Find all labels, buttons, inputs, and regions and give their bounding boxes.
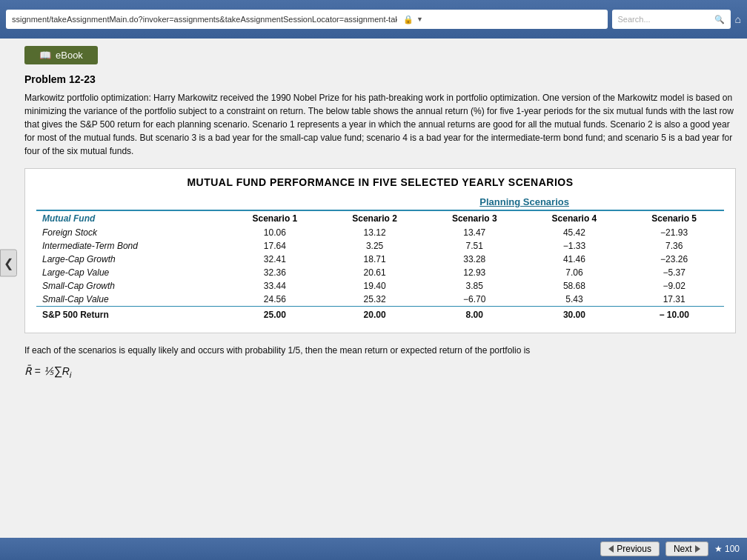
scenario-1-value: 17.64 [225, 239, 325, 253]
scenario-5-value: −23.26 [624, 253, 724, 266]
sp500-scenario-2: 20.00 [325, 307, 425, 322]
fund-name: Small-Cap Value [36, 293, 225, 307]
col-header-s5: Scenario 5 [624, 210, 724, 226]
scenario-2-value: 3.25 [325, 239, 425, 253]
left-nav-arrow[interactable]: ❮ [0, 250, 17, 277]
chevron-left-icon: ❮ [4, 257, 13, 270]
col-header-fund: Mutual Fund [36, 210, 225, 226]
address-text: ssignment/takeAssignmentMain.do?invoker=… [12, 15, 397, 24]
scenario-5-value: −21.93 [624, 226, 724, 239]
table-title: MUTUAL FUND PERFORMANCE IN FIVE SELECTED… [36, 176, 724, 188]
scenario-4-value: −1.33 [525, 239, 625, 253]
previous-label: Previous [617, 544, 651, 554]
scenario-3-value: 13.47 [425, 226, 525, 239]
sp500-scenario-1: 25.00 [225, 307, 325, 322]
previous-button[interactable]: Previous [600, 541, 660, 556]
scenario-1-value: 10.06 [225, 226, 325, 239]
fund-name: Large-Cap Value [36, 266, 225, 279]
scenario-3-value: 12.93 [425, 266, 525, 279]
browser-bar: ssignment/takeAssignmentMain.do?invoker=… [0, 0, 747, 39]
sp500-fund-name: S&P 500 Return [36, 307, 225, 322]
fund-name: Large-Cap Growth [36, 253, 225, 266]
sp500-row: S&P 500 Return25.0020.008.0030.00− 10.00 [36, 307, 724, 322]
scenario-4-value: 41.46 [525, 253, 625, 266]
scenario-2-value: 13.12 [325, 226, 425, 239]
table-row: Intermediate-Term Bond17.643.257.51−1.33… [36, 239, 724, 253]
performance-table: Planning Scenarios Mutual Fund Scenario … [36, 194, 724, 321]
page-content: ❮ 📖 eBook Problem 12-23 Markowitz portfo… [0, 39, 747, 538]
scenario-4-value: 58.68 [525, 279, 625, 293]
scenario-2-value: 20.61 [325, 266, 425, 279]
table-row: Small-Cap Value24.5625.32−6.705.4317.31 [36, 293, 724, 307]
scenario-2-value: 19.40 [325, 279, 425, 293]
search-placeholder: Search... [618, 15, 651, 24]
fund-name: Foreign Stock [36, 226, 225, 239]
scenario-5-value: −9.02 [624, 279, 724, 293]
browser-controls: ⌂ [735, 13, 741, 25]
scenario-4-value: 7.06 [525, 266, 625, 279]
zoom-indicator: ★ 100 [714, 544, 740, 554]
problem-title: Problem 12-23 [24, 73, 736, 85]
formula-text: R̄ = ⅕∑Ri [24, 364, 71, 379]
table-row: Small-Cap Growth33.4419.403.8558.68−9.02 [36, 279, 724, 293]
ebook-label: eBook [56, 50, 83, 61]
col-header-s2: Scenario 2 [325, 210, 425, 226]
scenario-4-value: 5.43 [525, 293, 625, 307]
search-bar[interactable]: Search... 🔍 [612, 10, 731, 29]
scenario-2-value: 25.32 [325, 293, 425, 307]
scenario-3-value: −6.70 [425, 293, 525, 307]
table-section: MUTUAL FUND PERFORMANCE IN FIVE SELECTED… [24, 168, 736, 333]
sp500-scenario-4: 30.00 [525, 307, 625, 322]
dropdown-arrow[interactable]: ▼ [416, 16, 423, 23]
planning-header: Planning Scenarios [325, 194, 724, 210]
ebook-button[interactable]: 📖 eBook [24, 46, 98, 64]
scenario-3-value: 33.28 [425, 253, 525, 266]
chevron-left-icon [608, 545, 614, 553]
col-header-s1: Scenario 1 [225, 210, 325, 226]
table-row: Large-Cap Value32.3620.6112.937.06−5.37 [36, 266, 724, 279]
fund-name: Small-Cap Growth [36, 279, 225, 293]
below-table-text: If each of the scenarios is equally like… [24, 344, 736, 357]
sp500-scenario-3: 8.00 [425, 307, 525, 322]
bottom-bar: Previous Next ★ 100 [0, 538, 747, 560]
scenario-5-value: −5.37 [624, 266, 724, 279]
col-header-s3: Scenario 3 [425, 210, 525, 226]
fund-name: Intermediate-Term Bond [36, 239, 225, 253]
scenario-3-value: 7.51 [425, 239, 525, 253]
scenario-5-value: 17.31 [624, 293, 724, 307]
address-bar[interactable]: ssignment/takeAssignmentMain.do?invoker=… [6, 10, 608, 29]
search-icon: 🔍 [714, 15, 725, 24]
col-header-s4: Scenario 4 [525, 210, 625, 226]
problem-text: Markowitz portfolio optimization: Harry … [24, 91, 736, 158]
table-row: Foreign Stock10.0613.1213.4745.42−21.93 [36, 226, 724, 239]
sp500-scenario-5: − 10.00 [624, 307, 724, 322]
scenario-1-value: 24.56 [225, 293, 325, 307]
chevron-right-icon [695, 545, 700, 553]
scenario-3-value: 3.85 [425, 279, 525, 293]
next-button[interactable]: Next [665, 541, 708, 556]
scenario-1-value: 33.44 [225, 279, 325, 293]
table-row: Large-Cap Growth32.4118.7133.2841.46−23.… [36, 253, 724, 266]
scenario-5-value: 7.36 [624, 239, 724, 253]
scenario-4-value: 45.42 [525, 226, 625, 239]
scenario-1-value: 32.41 [225, 253, 325, 266]
scenario-1-value: 32.36 [225, 266, 325, 279]
scenario-2-value: 18.71 [325, 253, 425, 266]
book-icon: 📖 [39, 50, 51, 61]
formula-section: R̄ = ⅕∑Ri [24, 364, 736, 379]
lock-icon: 🔒 [403, 15, 414, 24]
next-label: Next [674, 544, 692, 554]
